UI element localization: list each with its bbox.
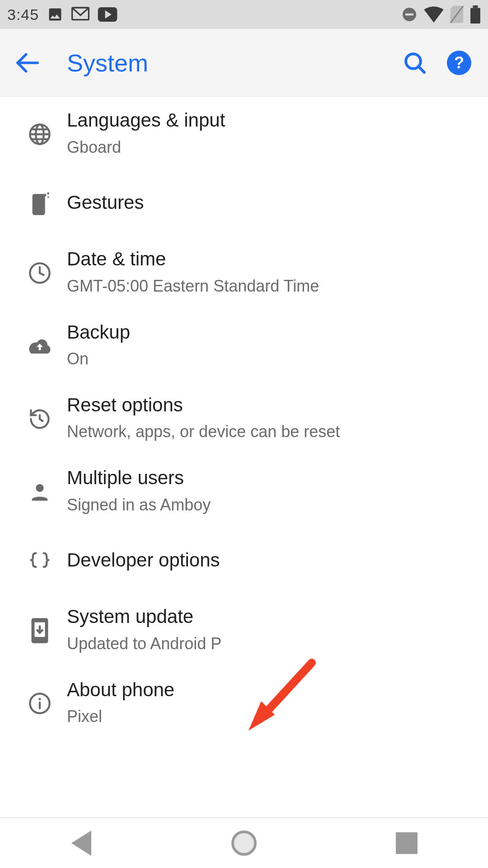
no-sim-icon bbox=[450, 6, 464, 23]
row-title: Developer options bbox=[67, 548, 475, 572]
nav-recents-icon bbox=[396, 832, 418, 854]
row-update[interactable]: System update Updated to Android P bbox=[0, 593, 488, 666]
help-button[interactable]: ? bbox=[443, 47, 475, 79]
svg-point-27 bbox=[38, 698, 41, 700]
search-button[interactable] bbox=[399, 47, 431, 79]
row-gestures[interactable]: Gestures bbox=[0, 170, 488, 236]
row-title: Gestures bbox=[67, 191, 475, 215]
system-update-icon bbox=[13, 615, 67, 644]
row-subtitle: Pixel bbox=[67, 706, 475, 727]
row-title: Reset options bbox=[67, 393, 475, 417]
cloud-upload-icon bbox=[13, 334, 67, 356]
row-subtitle: Network, apps, or device can be reset bbox=[67, 421, 475, 443]
row-title: About phone bbox=[67, 678, 475, 702]
clock-icon bbox=[13, 259, 67, 285]
help-icon: ? bbox=[447, 51, 471, 75]
row-title: System update bbox=[67, 605, 475, 629]
svg-point-14 bbox=[44, 194, 47, 197]
back-button[interactable] bbox=[13, 48, 42, 77]
row-users[interactable]: Multiple users Signed in as Amboy bbox=[0, 454, 488, 527]
braces-icon bbox=[13, 547, 67, 573]
globe-icon bbox=[13, 121, 67, 146]
person-icon bbox=[13, 478, 67, 504]
gesture-icon bbox=[13, 189, 67, 216]
svg-rect-5 bbox=[473, 5, 478, 8]
photo-icon bbox=[47, 6, 63, 23]
row-languages[interactable]: Languages & input Gboard bbox=[0, 97, 488, 170]
row-title: Languages & input bbox=[67, 108, 475, 132]
row-datetime[interactable]: Date & time GMT-05:00 Eastern Standard T… bbox=[0, 236, 488, 308]
battery-icon bbox=[470, 5, 481, 24]
svg-point-15 bbox=[47, 193, 49, 195]
arrow-back-icon bbox=[14, 50, 40, 75]
status-bar: 3:45 bbox=[0, 0, 488, 29]
svg-line-9 bbox=[418, 66, 424, 72]
dnd-icon bbox=[401, 6, 418, 23]
wifi-icon bbox=[424, 6, 444, 23]
row-subtitle: Updated to Android P bbox=[67, 633, 475, 655]
navigation-bar bbox=[0, 817, 488, 868]
settings-list-wrap: Languages & input Gboard Gestures Date &… bbox=[0, 97, 488, 739]
svg-line-21 bbox=[40, 419, 43, 421]
row-subtitle: On bbox=[67, 349, 475, 370]
svg-line-19 bbox=[40, 273, 44, 275]
row-title: Multiple users bbox=[67, 466, 475, 490]
nav-recents-button[interactable] bbox=[386, 823, 427, 863]
svg-rect-6 bbox=[470, 8, 480, 24]
youtube-icon bbox=[98, 7, 117, 22]
nav-home-button[interactable] bbox=[224, 823, 264, 863]
row-title: Date & time bbox=[67, 247, 475, 271]
restore-icon bbox=[13, 406, 67, 431]
search-icon bbox=[402, 50, 427, 75]
page-title: System bbox=[67, 49, 387, 77]
gmail-icon bbox=[71, 7, 89, 22]
row-subtitle: GMT-05:00 Eastern Standard Time bbox=[67, 276, 475, 297]
row-about[interactable]: About phone Pixel bbox=[0, 666, 488, 739]
nav-back-icon bbox=[71, 830, 91, 856]
row-developer[interactable]: Developer options bbox=[0, 527, 488, 593]
svg-point-16 bbox=[47, 196, 49, 198]
svg-rect-3 bbox=[405, 14, 413, 16]
row-subtitle: Gboard bbox=[67, 137, 475, 158]
app-bar: System ? bbox=[0, 29, 488, 97]
row-subtitle: Signed in as Amboy bbox=[67, 495, 475, 516]
info-icon bbox=[13, 690, 67, 715]
row-title: Backup bbox=[67, 321, 475, 344]
nav-home-icon bbox=[231, 830, 257, 856]
nav-back-button[interactable] bbox=[61, 823, 102, 863]
status-clock: 3:45 bbox=[7, 6, 39, 24]
svg-rect-13 bbox=[33, 194, 45, 215]
row-backup[interactable]: Backup On bbox=[0, 309, 488, 382]
svg-point-22 bbox=[36, 484, 43, 491]
settings-list: Languages & input Gboard Gestures Date &… bbox=[0, 97, 488, 739]
row-reset[interactable]: Reset options Network, apps, or device c… bbox=[0, 382, 488, 454]
